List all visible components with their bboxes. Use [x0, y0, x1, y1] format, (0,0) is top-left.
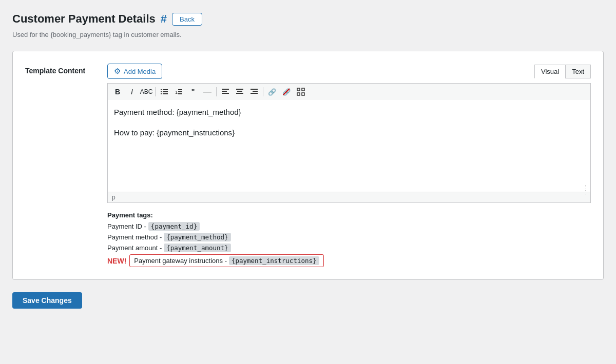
payment-tags-title: Payment tags: [107, 211, 591, 219]
svg-rect-3 [163, 91, 168, 92]
add-media-row: ⚙ Add Media Visual Text [107, 64, 591, 79]
link-button[interactable]: 🔗 [265, 86, 279, 98]
svg-rect-5 [163, 93, 168, 94]
new-tag-label: Payment gateway instructions - [134, 257, 227, 265]
tag-row-payment-method: Payment method - {payment_method} [107, 233, 591, 241]
align-center-button[interactable] [233, 86, 246, 98]
editor-toolbar: B I ABC 1. " — [107, 83, 591, 100]
tag-label-payment-id: Payment ID - [107, 223, 146, 230]
field-label: Template Content [25, 64, 97, 75]
ordered-list-button[interactable]: 1. [172, 86, 185, 98]
editor-line-1: Payment method: {payment_method} [114, 106, 584, 118]
content-section: Template Content ⚙ Add Media Visual Text… [12, 51, 604, 280]
tag-row-payment-id: Payment ID - {payment_id} [107, 222, 591, 231]
tab-visual[interactable]: Visual [534, 65, 565, 78]
svg-rect-26 [302, 93, 304, 95]
svg-rect-12 [222, 93, 229, 94]
toolbar-divider-3 [263, 87, 263, 96]
strikethrough-button[interactable]: ABC [140, 86, 153, 98]
tag-label-payment-method: Payment method - [107, 233, 162, 241]
svg-rect-10 [222, 89, 229, 90]
svg-rect-19 [253, 91, 258, 92]
tag-badge-payment-amount: {payment_amount} [164, 244, 230, 252]
fullscreen-button[interactable] [294, 86, 307, 98]
editor-line-2: How to pay: {payment_instructions} [114, 127, 584, 139]
toolbar-divider-1 [155, 87, 156, 96]
svg-rect-25 [297, 93, 300, 95]
save-button[interactable]: Save Changes [12, 292, 82, 309]
svg-rect-4 [161, 93, 162, 94]
align-right-button[interactable] [247, 86, 261, 98]
svg-rect-16 [236, 93, 243, 94]
svg-rect-15 [237, 91, 242, 92]
tag-label-payment-amount: Payment amount - [107, 244, 162, 252]
tag-badge-payment-method: {payment_method} [164, 233, 230, 241]
add-media-label: Add Media [124, 68, 156, 75]
svg-rect-8 [178, 91, 182, 92]
media-icon: ⚙ [114, 67, 121, 76]
unlink-button[interactable]: 🔗 [280, 86, 293, 98]
editor-path: p [107, 192, 591, 203]
editor-area[interactable]: Payment method: {payment_method} How to … [107, 100, 591, 192]
editor-tabs: Visual Text [534, 65, 591, 78]
svg-rect-23 [297, 88, 300, 91]
unordered-list-button[interactable] [158, 86, 171, 98]
blockquote-button[interactable]: " [186, 86, 200, 98]
svg-rect-24 [302, 88, 304, 91]
svg-line-22 [283, 89, 290, 95]
anchor-link[interactable]: # [161, 12, 167, 26]
svg-rect-9 [178, 93, 182, 94]
new-tag-container: Payment gateway instructions - {payment_… [129, 254, 323, 267]
back-button[interactable]: Back [172, 13, 202, 26]
svg-rect-0 [161, 89, 162, 90]
new-tag-row: NEW! Payment gateway instructions - {pay… [107, 254, 591, 267]
svg-rect-7 [178, 89, 182, 90]
svg-rect-2 [161, 91, 162, 92]
resize-handle[interactable]: ⋮⋮ [583, 185, 589, 191]
svg-rect-18 [251, 89, 258, 90]
align-left-button[interactable] [219, 86, 232, 98]
new-tag-badge: {payment_instructions} [229, 256, 319, 265]
tag-row-payment-amount: Payment amount - {payment_amount} [107, 244, 591, 252]
page-description: Used for the {booking_payments} tag in c… [12, 31, 604, 38]
svg-rect-1 [163, 89, 168, 90]
svg-rect-14 [236, 89, 243, 90]
tab-text[interactable]: Text [565, 65, 591, 78]
new-label: NEW! [107, 257, 126, 265]
hr-button[interactable]: — [201, 86, 214, 98]
page-title: Customer Payment Details [12, 12, 156, 26]
field-content: ⚙ Add Media Visual Text B I ABC 1. [107, 64, 591, 267]
svg-rect-11 [222, 91, 227, 92]
toolbar-divider-2 [216, 87, 217, 96]
add-media-button[interactable]: ⚙ Add Media [107, 64, 162, 79]
bold-button[interactable]: B [111, 86, 124, 98]
svg-rect-20 [251, 93, 258, 94]
payment-tags: Payment tags: Payment ID - {payment_id} … [107, 211, 591, 267]
italic-button[interactable]: I [125, 86, 139, 98]
tag-badge-payment-id: {payment_id} [148, 222, 200, 231]
